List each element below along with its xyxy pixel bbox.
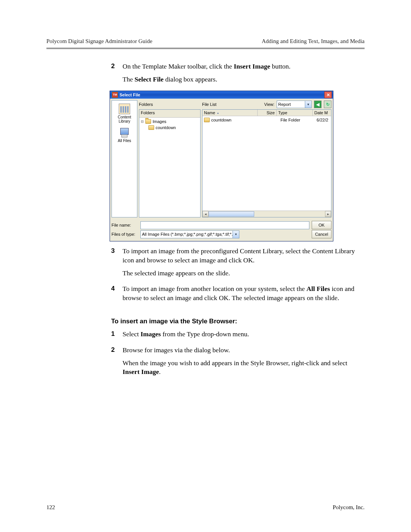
view-label: View:	[264, 102, 274, 107]
step-number: 3	[111, 247, 123, 281]
column-type[interactable]: Type	[277, 110, 313, 116]
ok-button[interactable]: OK	[312, 221, 331, 229]
page-header: Polycom Digital Signage Administrator Gu…	[46, 38, 365, 48]
chevron-down-icon: ▼	[305, 101, 312, 108]
view-value: Report	[277, 101, 305, 108]
dialog-title: Select File	[119, 93, 140, 97]
folder-open-icon	[145, 119, 151, 124]
select-file-dialog: TM Select File ✕ Content Library All	[110, 91, 333, 241]
step-text: Browse for images via the dialog below. …	[123, 346, 365, 380]
cancel-button[interactable]: Cancel	[312, 230, 331, 238]
chevron-down-icon: ▼	[233, 231, 239, 238]
filename-label: File name:	[112, 223, 138, 227]
filetype-label: Files of type:	[112, 232, 138, 236]
dialog-titlebar[interactable]: TM Select File ✕	[110, 91, 333, 99]
step-text: To import an image from the preconfigure…	[123, 247, 365, 281]
folders-label: Folders	[139, 102, 200, 107]
folder-icon	[148, 125, 154, 130]
file-row[interactable]: countdown File Folder 6/22/2	[203, 117, 330, 123]
places-item-content-library[interactable]: Content Library	[118, 104, 131, 123]
page-footer: 122 Polycom, Inc.	[46, 504, 365, 511]
file-list[interactable]: Name ▲ Size Type Date M	[202, 109, 331, 217]
close-icon: ✕	[327, 93, 330, 97]
column-size[interactable]: Size	[258, 110, 277, 116]
sort-asc-icon: ▲	[217, 112, 219, 114]
places-item-all-files[interactable]: All Files	[118, 128, 131, 143]
step-text: Select Images from the Type drop-down me…	[123, 330, 249, 343]
file-list-header: Name ▲ Size Type Date M	[202, 110, 331, 116]
scroll-thumb[interactable]	[209, 211, 254, 217]
section-heading: To insert an image via the Style Browser…	[111, 318, 365, 325]
steps-group-3: 1 Select Images from the Type drop-down …	[111, 330, 365, 380]
header-right: Adding and Editing Text, Images, and Med…	[262, 38, 365, 45]
steps-group-1: 2 On the Template Maker toolbar, click t…	[111, 62, 365, 88]
tree-header: Folders	[139, 110, 200, 118]
step-number: 2	[111, 346, 123, 380]
page-number: 122	[46, 504, 55, 511]
app-icon: TM	[112, 92, 118, 98]
filename-input[interactable]	[140, 221, 309, 229]
column-date[interactable]: Date M	[313, 110, 331, 116]
close-button[interactable]: ✕	[324, 91, 332, 98]
step-text: On the Template Maker toolbar, click the…	[123, 62, 290, 88]
steps-group-2: 3 To import an image from the preconfigu…	[111, 247, 365, 306]
filetype-select[interactable]: All Image Files (*.bmp;*.jpg;*.png;*.gif…	[140, 230, 239, 238]
tree-item[interactable]: countdown	[140, 125, 199, 131]
step-number: 2	[111, 62, 123, 88]
step-number: 4	[111, 284, 123, 306]
content-library-icon	[119, 104, 130, 114]
header-left: Polycom Digital Signage Administrator Gu…	[46, 38, 152, 45]
folder-icon	[204, 118, 210, 122]
horizontal-scrollbar[interactable]: ◂ ▸	[202, 211, 331, 217]
company-name: Polycom, Inc.	[333, 504, 365, 511]
refresh-icon: ↻	[326, 102, 330, 107]
places-bar: Content Library All Files	[112, 100, 137, 217]
expand-icon[interactable]: ⊟	[141, 120, 144, 123]
scroll-left-button[interactable]: ◂	[202, 211, 209, 217]
up-folder-button[interactable]: ◀	[314, 101, 322, 108]
step-text: To import an image from another location…	[123, 284, 365, 306]
arrow-left-icon: ◀	[316, 102, 319, 107]
view-select[interactable]: Report ▼	[277, 101, 312, 108]
tree-item[interactable]: ⊟ Images	[140, 118, 199, 125]
step-number: 1	[111, 330, 123, 343]
refresh-button[interactable]: ↻	[324, 101, 331, 108]
column-name[interactable]: Name ▲	[202, 110, 258, 116]
filelist-label: File List	[202, 102, 217, 107]
scroll-right-button[interactable]: ▸	[325, 211, 331, 217]
header-rule	[46, 48, 365, 49]
folder-tree[interactable]: Folders ⊟ Images countdown	[139, 109, 201, 217]
computer-icon	[119, 128, 130, 138]
